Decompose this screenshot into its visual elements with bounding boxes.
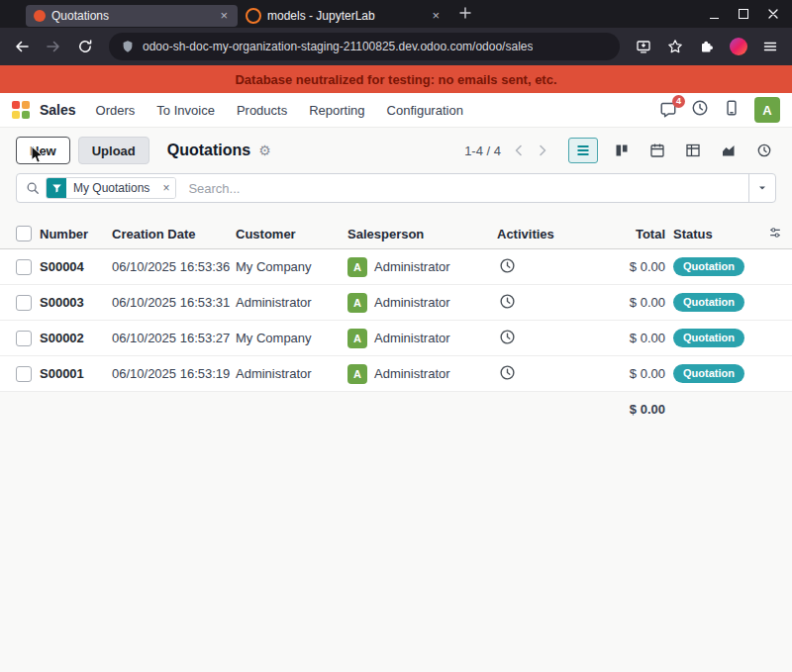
- menu-hamburger-icon[interactable]: [756, 33, 784, 60]
- pager-and-views: 1-4 / 4: [464, 138, 776, 163]
- activity-view-icon[interactable]: [752, 139, 776, 162]
- mouse-cursor: [31, 145, 45, 165]
- column-header-activities[interactable]: Activities: [497, 227, 554, 241]
- select-all-checkbox[interactable]: [16, 226, 32, 241]
- table-row[interactable]: S00001 06/10/2025 16:53:19 Administrator…: [0, 356, 792, 392]
- footer-total-sum: $ 0.00: [554, 402, 665, 417]
- menu-reporting[interactable]: Reporting: [309, 103, 364, 118]
- menu-configuration[interactable]: Configuration: [387, 103, 463, 118]
- table-row[interactable]: S00004 06/10/2025 16:53:36 My Company A …: [0, 249, 792, 285]
- table-body: S00004 06/10/2025 16:53:36 My Company A …: [0, 249, 792, 392]
- systray: 4 A: [659, 97, 780, 123]
- quotation-number: S00004: [40, 259, 84, 274]
- tab-close-icon[interactable]: ×: [430, 9, 442, 22]
- status-badge: Quotation: [673, 257, 744, 276]
- messages-icon[interactable]: 4: [659, 101, 677, 119]
- salesperson-name: Administrator: [374, 259, 450, 274]
- status-badge: Quotation: [673, 293, 744, 312]
- user-avatar[interactable]: A: [754, 97, 780, 123]
- table-footer: $ 0.00: [0, 392, 792, 426]
- calendar-view-icon[interactable]: [645, 139, 669, 162]
- row-total: $ 0.00: [554, 259, 665, 274]
- customer-name: Administrator: [236, 295, 347, 310]
- url-bar[interactable]: odoo-sh-doc-my-organization-staging-2110…: [109, 33, 620, 60]
- new-tab-button[interactable]: [459, 5, 471, 23]
- facet-close-icon[interactable]: ×: [156, 178, 175, 198]
- menu-orders[interactable]: Orders: [96, 103, 136, 118]
- control-panel: New Upload Quotations ⚙ 1-4 / 4: [0, 128, 792, 173]
- activity-clock-icon[interactable]: [499, 364, 516, 384]
- neutralized-banner: Database neutralized for testing: no ema…: [0, 65, 792, 93]
- filter-funnel-icon: [47, 178, 66, 198]
- back-icon[interactable]: [8, 33, 36, 60]
- column-header-number[interactable]: Number: [40, 227, 112, 241]
- quotation-number: S00003: [40, 295, 84, 310]
- gear-icon[interactable]: ⚙: [258, 143, 271, 158]
- apps-menu-icon[interactable]: [12, 101, 30, 119]
- kanban-view-icon[interactable]: [610, 139, 634, 162]
- column-header-salesperson[interactable]: Salesperson: [347, 227, 497, 241]
- row-total: $ 0.00: [554, 331, 665, 345]
- maximize-button[interactable]: [739, 5, 748, 23]
- column-header-status[interactable]: Status: [665, 227, 764, 241]
- minimize-button[interactable]: [710, 5, 719, 23]
- column-header-total[interactable]: Total: [554, 227, 665, 241]
- jupyter-favicon: [246, 8, 261, 24]
- app-name[interactable]: Sales: [40, 102, 76, 118]
- tab-jupyterlab[interactable]: models - JupyterLab ×: [238, 5, 449, 27]
- device-icon[interactable]: [723, 99, 741, 121]
- row-checkbox[interactable]: [16, 331, 32, 346]
- activity-clock-icon[interactable]: [499, 293, 516, 313]
- customer-name: Administrator: [236, 366, 347, 381]
- salesperson-avatar: A: [347, 257, 367, 277]
- send-to-device-icon[interactable]: [630, 33, 657, 60]
- search-input[interactable]: [186, 180, 748, 197]
- pager-previous-icon[interactable]: [511, 143, 527, 158]
- view-switcher: [568, 138, 776, 163]
- table-row[interactable]: S00003 06/10/2025 16:53:31 Administrator…: [0, 285, 792, 321]
- odoo-navbar: Sales Orders To Invoice Products Reporti…: [0, 93, 792, 128]
- browser-titlebar: Quotations × models - JupyterLab ×: [0, 0, 792, 28]
- tab-quotations[interactable]: Quotations ×: [26, 5, 238, 27]
- activities-clock-icon[interactable]: [691, 99, 709, 121]
- optional-columns-icon[interactable]: [768, 226, 782, 242]
- salesperson-avatar: A: [347, 329, 367, 348]
- reload-icon[interactable]: [71, 33, 99, 60]
- row-checkbox[interactable]: [16, 259, 32, 275]
- upload-button[interactable]: Upload: [78, 137, 149, 164]
- bookmark-star-icon[interactable]: [661, 33, 689, 60]
- forward-icon[interactable]: [40, 33, 67, 60]
- menu-to-invoice[interactable]: To Invoice: [156, 103, 215, 118]
- facet-label: My Quotations: [66, 178, 156, 198]
- search-dropdown-caret-icon[interactable]: [748, 174, 775, 202]
- pivot-view-icon[interactable]: [681, 139, 705, 162]
- messages-count-badge: 4: [672, 95, 685, 108]
- graph-view-icon[interactable]: [717, 139, 741, 162]
- column-header-creation-date[interactable]: Creation Date: [112, 227, 236, 241]
- activity-clock-icon[interactable]: [499, 329, 516, 348]
- profile-avatar-icon[interactable]: [725, 33, 752, 60]
- creation-date: 06/10/2025 16:53:36: [112, 259, 236, 274]
- activity-clock-icon[interactable]: [499, 257, 516, 277]
- search-facet-my-quotations[interactable]: My Quotations ×: [46, 177, 176, 199]
- extensions-puzzle-icon[interactable]: [693, 33, 721, 60]
- table-row[interactable]: S00002 06/10/2025 16:53:27 My Company A …: [0, 321, 792, 356]
- search-icon: [17, 181, 46, 195]
- table-header: Number Creation Date Customer Salesperso…: [0, 219, 792, 249]
- salesperson-avatar: A: [347, 293, 367, 313]
- close-button[interactable]: [768, 9, 778, 19]
- customer-name: My Company: [236, 259, 347, 274]
- menu-products[interactable]: Products: [237, 103, 287, 118]
- row-checkbox[interactable]: [16, 366, 32, 382]
- row-checkbox[interactable]: [16, 295, 32, 311]
- screen: Quotations × models - JupyterLab ×: [0, 0, 792, 672]
- search-bar[interactable]: My Quotations ×: [16, 173, 776, 203]
- creation-date: 06/10/2025 16:53:31: [112, 295, 236, 310]
- window-controls: [696, 5, 792, 23]
- column-header-customer[interactable]: Customer: [236, 227, 347, 241]
- tab-close-icon[interactable]: ×: [218, 9, 230, 22]
- pager-label: 1-4 / 4: [464, 144, 501, 158]
- list-view-icon[interactable]: [568, 138, 598, 163]
- pager-next-icon[interactable]: [535, 143, 550, 158]
- row-total: $ 0.00: [554, 295, 665, 310]
